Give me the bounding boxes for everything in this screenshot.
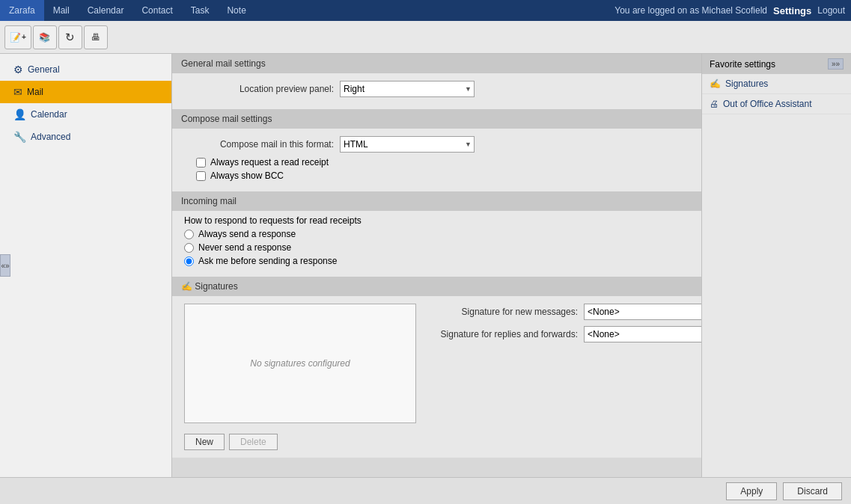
calendar-icon: 👤: [13, 108, 26, 120]
signatures-right: Signature for new messages: <None> Signa…: [428, 304, 701, 348]
sig-delete-button[interactable]: Delete: [229, 434, 278, 450]
compose-select-wrapper: HTML Plain Text: [340, 136, 475, 153]
content-scroll[interactable]: General mail settings Location preview p…: [172, 54, 701, 477]
nav-zarafa[interactable]: Zarafa: [0, 0, 44, 21]
signatures-list: No signatures configured: [184, 304, 416, 423]
apply-button[interactable]: Apply: [726, 482, 777, 500]
no-signatures-text: No signatures configured: [250, 358, 350, 369]
radio-always-label[interactable]: Always send a response: [198, 229, 296, 239]
location-select-wrapper: Right Bottom Off: [340, 81, 475, 97]
sidebar: «» ⚙ General ✉ Mail 👤 Calendar 🔧 Advance…: [0, 54, 172, 477]
sidebar-item-advanced-label: Advanced: [31, 132, 70, 142]
radio-never-label[interactable]: Never send a response: [198, 242, 291, 253]
user-info: You are logged on as Michael Scofield: [614, 5, 767, 16]
nav-calendar[interactable]: Calendar: [79, 0, 133, 21]
compose-format-row: Compose mail in this format: HTML Plain …: [184, 136, 689, 153]
nav-note[interactable]: Note: [218, 0, 254, 21]
compose-body: Compose mail in this format: HTML Plain …: [172, 129, 701, 191]
read-receipt-row: Always request a read receipt: [196, 157, 689, 168]
sig-new-messages-select[interactable]: <None>: [584, 304, 701, 320]
nav-task[interactable]: Task: [182, 0, 219, 21]
signatures-fav-icon: ✍: [710, 79, 721, 89]
sidebar-item-mail-label: Mail: [27, 87, 43, 97]
sig-replies-select-wrapper: <None>: [584, 326, 701, 342]
sidebar-item-advanced[interactable]: 🔧 Advanced: [0, 126, 171, 148]
favorites-header: Favorite settings »»: [702, 54, 851, 74]
incoming-body: How to respond to requests for read rece…: [172, 211, 701, 277]
new-button[interactable]: 📝+: [4, 25, 31, 49]
sig-buttons: New Delete: [184, 434, 416, 450]
read-receipt-label[interactable]: Always request a read receipt: [210, 157, 329, 168]
read-receipt-question: How to respond to requests for read rece…: [184, 215, 362, 226]
sidebar-item-mail[interactable]: ✉ Mail: [0, 81, 171, 103]
read-receipt-checkbox[interactable]: [196, 158, 206, 168]
favorites-item-signatures[interactable]: ✍ Signatures: [702, 74, 851, 94]
favorites-item-out-of-office-label: Out of Office Assistant: [723, 99, 812, 109]
signatures-icon: ✍: [181, 281, 195, 292]
refresh-button[interactable]: ↻: [58, 25, 82, 49]
address-book-button[interactable]: 📚: [33, 25, 57, 49]
general-mail-body: Location preview panel: Right Bottom Off: [172, 73, 701, 109]
compose-format-select[interactable]: HTML Plain Text: [340, 136, 475, 153]
radio-ask[interactable]: [184, 256, 194, 266]
sidebar-item-calendar-label: Calendar: [31, 109, 67, 120]
favorites-item-signatures-label: Signatures: [725, 79, 768, 89]
radio-ask-label[interactable]: Ask me before sending a response: [198, 256, 337, 266]
toolbar: 📝+ 📚 ↻ 🖶: [0, 21, 851, 54]
sig-replies-row: Signature for replies and forwards: <Non…: [428, 326, 701, 342]
favorites-item-out-of-office[interactable]: 🖨 Out of Office Assistant: [702, 94, 851, 114]
radio-always[interactable]: [184, 230, 194, 239]
top-nav-right: You are logged on as Michael Scofield Se…: [614, 5, 851, 16]
general-icon: ⚙: [13, 64, 23, 76]
general-mail-section-header: General mail settings: [172, 54, 701, 73]
sig-replies-select[interactable]: <None>: [584, 326, 701, 342]
top-nav: Zarafa Mail Calendar Contact Task Note Y…: [0, 0, 851, 21]
location-select[interactable]: Right Bottom Off: [340, 81, 475, 97]
location-row: Location preview panel: Right Bottom Off: [184, 81, 689, 97]
discard-button[interactable]: Discard: [783, 482, 842, 500]
logout-button[interactable]: Logout: [817, 5, 845, 16]
sig-new-select-wrapper: <None>: [584, 304, 701, 320]
sidebar-item-calendar[interactable]: 👤 Calendar: [0, 103, 171, 126]
address-book-icon: 📚: [39, 32, 50, 43]
show-bcc-label[interactable]: Always show BCC: [210, 170, 284, 181]
radio-never-row: Never send a response: [184, 242, 689, 253]
signatures-section-header: ✍ Signatures: [172, 277, 701, 296]
read-receipt-question-row: How to respond to requests for read rece…: [184, 215, 689, 226]
sidebar-item-general-label: General: [28, 64, 60, 75]
favorites-panel: Favorite settings »» ✍ Signatures 🖨 Out …: [701, 54, 851, 477]
print-icon: 🖶: [91, 32, 100, 43]
sidebar-item-general[interactable]: ⚙ General: [0, 58, 171, 81]
nav-mail[interactable]: Mail: [44, 0, 79, 21]
sidebar-collapse-button[interactable]: «»: [0, 254, 10, 277]
signatures-body: No signatures configured New Delete Sign…: [172, 296, 701, 458]
new-icon: 📝: [10, 32, 21, 43]
show-bcc-row: Always show BCC: [196, 170, 689, 181]
radio-ask-row: Ask me before sending a response: [184, 256, 689, 266]
radio-always-row: Always send a response: [184, 229, 689, 239]
sig-replies-label: Signature for replies and forwards:: [428, 329, 578, 339]
main-layout: «» ⚙ General ✉ Mail 👤 Calendar 🔧 Advance…: [0, 54, 851, 477]
advanced-icon: 🔧: [13, 131, 26, 143]
bottom-toolbar: Apply Discard: [0, 477, 851, 504]
signatures-title: Signatures: [195, 281, 237, 292]
favorites-title: Favorite settings: [710, 59, 775, 70]
incoming-section-header: Incoming mail: [172, 191, 701, 211]
location-label: Location preview panel:: [184, 84, 334, 94]
compose-format-label: Compose mail in this format:: [184, 139, 334, 150]
print-button[interactable]: 🖶: [84, 25, 108, 49]
content-area: General mail settings Location preview p…: [172, 54, 701, 477]
favorites-collapse-button[interactable]: »»: [828, 58, 844, 70]
sig-new-button[interactable]: New: [184, 434, 225, 450]
nav-contact[interactable]: Contact: [132, 0, 181, 21]
sig-new-messages-row: Signature for new messages: <None>: [428, 304, 701, 320]
refresh-icon: ↻: [65, 31, 75, 44]
show-bcc-checkbox[interactable]: [196, 171, 206, 181]
radio-never[interactable]: [184, 243, 194, 253]
out-of-office-icon: 🖨: [710, 99, 719, 109]
sig-new-messages-label: Signature for new messages:: [428, 307, 578, 317]
settings-label: Settings: [773, 5, 811, 16]
compose-section-header: Compose mail settings: [172, 109, 701, 129]
mail-icon: ✉: [13, 86, 22, 98]
